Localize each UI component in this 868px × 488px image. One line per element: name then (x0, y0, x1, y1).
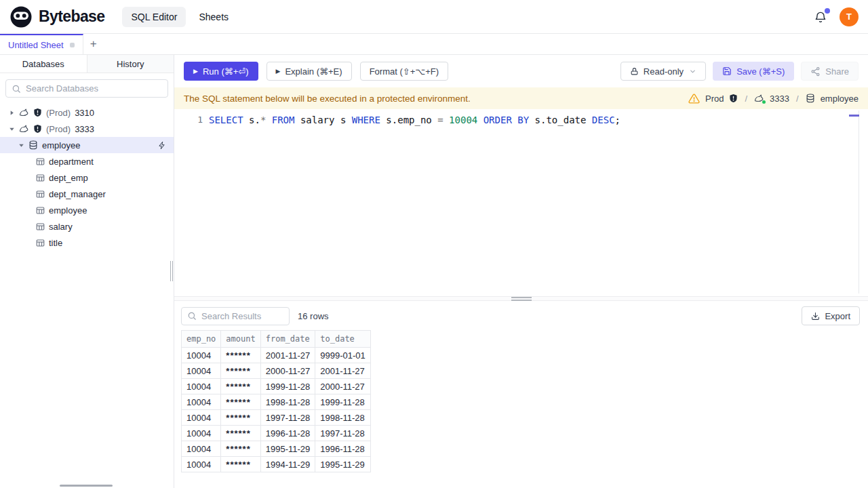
tab-untitled-sheet[interactable]: Untitled Sheet (0, 34, 83, 54)
new-sheet-button[interactable]: + (83, 34, 104, 54)
tree-item-instance-3310[interactable]: (Prod)3310 (0, 104, 174, 121)
search-icon (187, 311, 197, 321)
connect-bolt-icon[interactable] (157, 141, 166, 150)
sql-token (477, 115, 483, 125)
tree-item-table-title[interactable]: title (0, 235, 174, 251)
readonly-mode-button[interactable]: Read-only (620, 62, 706, 81)
save-icon (722, 66, 732, 76)
sql-token: salary s (294, 115, 351, 125)
share-button[interactable]: Share (801, 62, 859, 81)
table-name: dept_emp (49, 173, 88, 183)
tree-item-instance-3333[interactable]: (Prod)3333 (0, 121, 174, 137)
chevron-down-icon (689, 68, 696, 75)
warning-triangle-icon (688, 93, 700, 104)
sidebar-resize-handle[interactable] (170, 261, 173, 281)
table-name: salary (49, 222, 73, 232)
top-header: Bytebase SQL Editor Sheets T (0, 0, 868, 34)
table-cell: 2000-11-27 (315, 379, 371, 394)
database-label[interactable]: employee (821, 94, 859, 104)
table-cell: 10004 (182, 363, 221, 379)
run-label: Run (⌘+⏎) (203, 66, 249, 77)
table-cell: ****** (221, 426, 260, 441)
column-header-amount[interactable]: amount (221, 331, 260, 348)
instance-status-dot (762, 100, 766, 104)
chevron-down-icon[interactable] (18, 142, 24, 148)
sql-token: = (437, 115, 443, 125)
play-icon: ▶ (193, 68, 198, 75)
table-cell: 1996-11-28 (260, 426, 315, 441)
breadcrumb-separator: / (795, 94, 800, 104)
run-button[interactable]: ▶ Run (⌘+⏎) (184, 62, 258, 81)
explain-label: Explain (⌘+E) (285, 66, 342, 77)
tab-databases[interactable]: Databases (0, 55, 87, 73)
table-row[interactable]: 10004******1995-11-291996-11-28 (182, 441, 371, 457)
table-cell: 2000-11-27 (260, 363, 315, 379)
table-cell: ****** (221, 394, 260, 410)
editor-scrollbar[interactable] (859, 110, 859, 293)
format-label: Format (⇧+⌥+F) (370, 66, 439, 77)
tree-item-table-salary[interactable]: salary (0, 218, 174, 235)
chevron-down-icon[interactable] (8, 126, 15, 132)
table-row[interactable]: 10004******1994-11-291995-11-29 (182, 457, 371, 472)
table-cell: 10004 (182, 394, 221, 410)
table-cell: 1998-11-28 (260, 394, 315, 410)
save-button[interactable]: Save (⌘+S) (713, 62, 794, 81)
mysql-instance-icon (19, 108, 29, 118)
export-button[interactable]: Export (802, 306, 860, 325)
environment-label: (Prod) (46, 108, 71, 118)
tree-item-table-dept_emp[interactable]: dept_emp (0, 169, 174, 186)
mysql-instance-icon (19, 124, 29, 134)
notification-bell-icon[interactable] (814, 10, 827, 24)
nav-sheets[interactable]: Sheets (190, 7, 237, 27)
search-results-input[interactable] (201, 311, 283, 321)
table-cell: 10004 (182, 457, 221, 472)
table-row[interactable]: 10004******2000-11-272001-11-27 (182, 363, 371, 379)
tab-history[interactable]: History (87, 55, 174, 73)
results-search[interactable] (181, 307, 290, 325)
sql-editor[interactable]: 1 SELECT s.* FROM salary s WHERE s.emp_n… (174, 109, 868, 296)
table-name: employee (49, 205, 87, 216)
environment-label[interactable]: Prod (705, 94, 724, 104)
table-cell: 2001-11-27 (315, 363, 371, 379)
main-panel: ▶ Run (⌘+⏎) ▶ Explain (⌘+E) Format (⇧+⌥+… (174, 55, 868, 488)
code-line-1: 1 SELECT s.* FROM salary s WHERE s.emp_n… (174, 113, 868, 126)
mysql-instance-icon (754, 94, 764, 104)
tree-item-table-employee[interactable]: employee (0, 202, 174, 218)
environment-label: (Prod) (46, 124, 71, 134)
nav-sql-editor[interactable]: SQL Editor (122, 7, 186, 27)
table-row[interactable]: 10004******1999-11-282000-11-27 (182, 379, 371, 394)
readonly-label: Read-only (644, 66, 684, 77)
table-cell: 1995-11-29 (260, 441, 315, 457)
workspace-body: Databases History (Prod)3310(Prod)3333em… (0, 55, 868, 488)
sidebar-horizontal-scrollbar[interactable] (60, 485, 113, 487)
column-header-from_date[interactable]: from_date (260, 331, 315, 348)
download-icon (811, 312, 820, 321)
tree-item-database-employee[interactable]: employee (0, 137, 174, 153)
tree-item-table-department[interactable]: department (0, 153, 174, 169)
brand[interactable]: Bytebase (9, 5, 104, 28)
instance-label[interactable]: 3333 (770, 94, 789, 104)
table-row[interactable]: 10004******1997-11-281998-11-28 (182, 410, 371, 426)
table-row[interactable]: 10004******1996-11-281997-11-28 (182, 426, 371, 441)
column-header-emp_no[interactable]: emp_no (182, 331, 221, 348)
table-cell: 1999-11-28 (315, 394, 371, 410)
explain-button[interactable]: ▶ Explain (⌘+E) (267, 62, 352, 81)
tree-item-table-dept_manager[interactable]: dept_manager (0, 186, 174, 202)
table-row[interactable]: 10004******2001-11-279999-01-01 (182, 348, 371, 363)
save-label: Save (⌘+S) (736, 66, 785, 77)
environment-shield-icon (729, 94, 738, 103)
chevron-right-icon[interactable] (8, 110, 15, 116)
sheet-tab-label: Untitled Sheet (8, 40, 64, 50)
user-avatar[interactable]: T (840, 7, 859, 26)
table-icon (36, 190, 45, 199)
table-cell: ****** (221, 410, 260, 426)
sql-code-line: SELECT s.* FROM salary s WHERE s.emp_no … (209, 115, 620, 125)
sql-token: DESC (592, 115, 615, 125)
results-table: emp_noamountfrom_dateto_date10004******2… (181, 330, 371, 472)
column-header-to_date[interactable]: to_date (315, 331, 371, 348)
database-search[interactable] (5, 79, 168, 98)
format-button[interactable]: Format (⇧+⌥+F) (360, 62, 448, 81)
results-resize-splitter[interactable] (174, 296, 868, 301)
search-databases-input[interactable] (26, 83, 162, 94)
table-row[interactable]: 10004******1998-11-281999-11-28 (182, 394, 371, 410)
